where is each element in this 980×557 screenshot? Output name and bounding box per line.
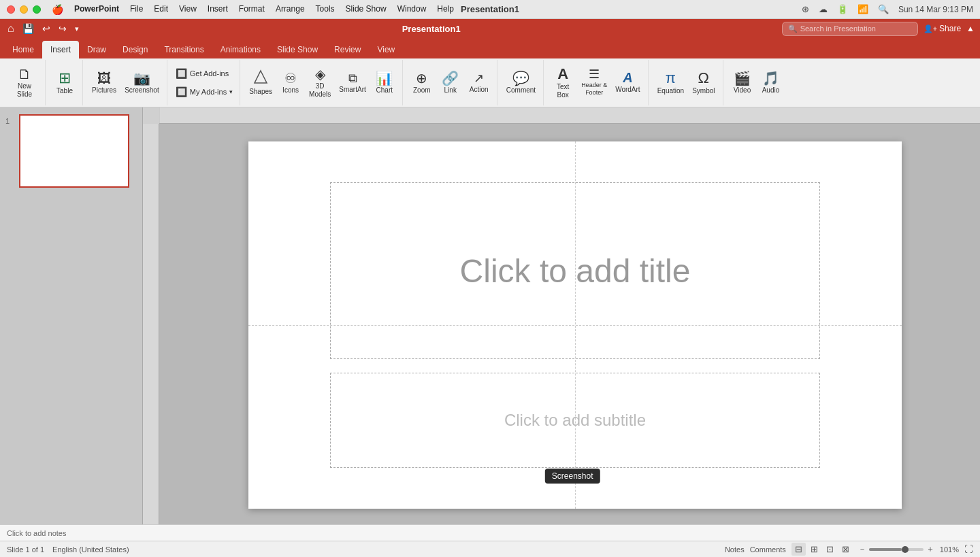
zoom-thumb[interactable] xyxy=(902,546,909,553)
notes-bar[interactable]: Click to add notes xyxy=(0,524,980,541)
toolbar-group-links: ⊕ Zoom 🔗 Link ↗ Action xyxy=(404,60,497,105)
slide-thumbnail[interactable] xyxy=(19,114,129,188)
slides-panel: 1 xyxy=(0,107,143,524)
audio-button[interactable]: 🎵 Audio xyxy=(757,65,785,101)
help-menu[interactable]: Help xyxy=(437,4,454,15)
tab-view[interactable]: View xyxy=(369,41,403,58)
home-icon[interactable]: ⌂ xyxy=(5,21,16,36)
maximize-button[interactable] xyxy=(33,5,41,14)
3dmodels-button[interactable]: ◈ 3DModels xyxy=(306,65,334,101)
slide-canvas[interactable]: Click to add title Click to add subtitle xyxy=(248,141,902,509)
toolbar-group-addins: 🔲 Get Add-ins 🔲 My Add-ins ▾ xyxy=(169,60,240,105)
comments-toggle[interactable]: Comments xyxy=(750,545,786,554)
slide-title-box[interactable]: Click to add title xyxy=(330,182,820,359)
symbol-button[interactable]: Ω Symbol xyxy=(689,65,718,101)
chart-button[interactable]: 📊 Chart xyxy=(371,65,398,101)
new-slide-button[interactable]: 🗋 NewSlide xyxy=(8,65,41,101)
slide-sorter-button[interactable]: ⊞ xyxy=(807,543,821,556)
tab-slideshow[interactable]: Slide Show xyxy=(269,41,326,58)
arrange-menu[interactable]: Arrange xyxy=(276,4,305,15)
normal-view-button[interactable]: ⊟ xyxy=(791,543,806,556)
toolbar-group-images: 🖼 Pictures 📷 Screenshot xyxy=(84,60,167,105)
redo-button[interactable]: ↪ xyxy=(56,22,69,35)
share-icon: 👤+ xyxy=(924,24,937,33)
screenshot-tooltip: Screenshot xyxy=(545,469,600,484)
addins-dropdown-icon: ▾ xyxy=(229,88,233,95)
tab-design[interactable]: Design xyxy=(114,41,156,58)
fit-slide-button[interactable]: ⛶ xyxy=(964,544,973,554)
video-button[interactable]: 🎬 Video xyxy=(729,65,756,101)
share-button[interactable]: 👤+ Share xyxy=(924,24,961,33)
comment-button[interactable]: 💬 Comment xyxy=(503,65,539,101)
slide-title-placeholder: Click to add title xyxy=(460,252,691,290)
status-bar-right: Notes Comments ⊟ ⊞ ⊡ ⊠ － ＋ 101% ⛶ xyxy=(725,543,973,556)
wordart-icon: A xyxy=(623,71,632,84)
customize-qa-button[interactable]: ▾ xyxy=(73,23,81,35)
tab-transitions[interactable]: Transitions xyxy=(156,41,212,58)
tab-animations[interactable]: Animations xyxy=(212,41,269,58)
smartart-button[interactable]: ⧉ SmartArt xyxy=(336,65,369,101)
wordart-button[interactable]: A WordArt xyxy=(612,65,644,100)
file-menu[interactable]: File xyxy=(130,4,143,15)
comment-icon: 💬 xyxy=(512,71,529,85)
link-icon: 🔗 xyxy=(442,71,459,85)
screenshot-button[interactable]: 📷 Screenshot xyxy=(121,65,163,101)
ribbon-tabs: Home Insert Draw Design Transitions Anim… xyxy=(0,38,980,58)
tab-review[interactable]: Review xyxy=(326,41,369,58)
pictures-button[interactable]: 🖼 Pictures xyxy=(88,65,120,101)
presenter-view-button[interactable]: ⊠ xyxy=(838,543,853,556)
app-name[interactable]: PowerPoint xyxy=(74,4,119,15)
zoom-icon: ⊕ xyxy=(416,71,427,85)
collapse-ribbon-button[interactable]: ▲ xyxy=(966,24,975,33)
tools-menu[interactable]: Tools xyxy=(316,4,335,15)
equation-button[interactable]: π Equation xyxy=(654,65,687,101)
format-menu[interactable]: Format xyxy=(239,4,265,15)
slideshow-menu[interactable]: Slide Show xyxy=(346,4,387,15)
zoom-level[interactable]: 101% xyxy=(940,545,959,554)
get-addins-button[interactable]: 🔲 Get Add-ins xyxy=(173,65,231,82)
svg-marker-0 xyxy=(255,71,267,83)
shapes-button[interactable]: Shapes xyxy=(246,65,276,101)
siri-icon[interactable]: ⊛ xyxy=(802,4,809,14)
datetime: Sun 14 Mar 9:13 PM xyxy=(898,5,973,14)
reading-view-button[interactable]: ⊡ xyxy=(823,543,837,556)
undo-button[interactable]: ↩ xyxy=(40,22,52,35)
symbol-icon: Ω xyxy=(698,71,709,86)
video-icon: 🎬 xyxy=(734,71,751,85)
get-addins-icon: 🔲 xyxy=(176,68,187,79)
textbox-button[interactable]: A TextBox xyxy=(549,65,576,101)
slide-subtitle-box[interactable]: Click to add subtitle xyxy=(330,373,820,468)
slide-info: Slide 1 of 1 xyxy=(7,545,44,554)
header-footer-button[interactable]: ☰ Header &Footer xyxy=(578,65,610,100)
equation-icon: π xyxy=(666,71,676,86)
insert-menu[interactable]: Insert xyxy=(208,4,228,15)
tab-home[interactable]: Home xyxy=(4,41,42,58)
edit-menu[interactable]: Edit xyxy=(154,4,168,15)
link-button[interactable]: 🔗 Link xyxy=(437,65,464,101)
slide-thumb-container: 1 xyxy=(5,114,137,188)
apple-menu[interactable]: 🍎 xyxy=(52,4,63,15)
search-icon[interactable]: 🔍 xyxy=(878,4,889,14)
view-menu[interactable]: View xyxy=(179,4,197,15)
tab-insert[interactable]: Insert xyxy=(42,41,79,58)
zoom-track[interactable] xyxy=(869,548,924,551)
save-button[interactable]: 💾 xyxy=(20,22,36,35)
zoom-slider[interactable]: － ＋ xyxy=(858,543,934,555)
close-button[interactable] xyxy=(7,5,15,14)
my-addins-button[interactable]: 🔲 My Add-ins ▾ xyxy=(173,84,235,100)
cloud-icon[interactable]: ☁ xyxy=(819,4,828,14)
search-box[interactable]: 🔍 Search in Presentation xyxy=(782,22,918,36)
zoom-in-button[interactable]: ＋ xyxy=(926,543,934,555)
table-button[interactable]: ⊞ Table xyxy=(51,65,78,101)
my-addins-icon: 🔲 xyxy=(176,86,187,97)
canvas-area: Click to add title Click to add subtitle… xyxy=(143,107,980,524)
action-button[interactable]: ↗ Action xyxy=(466,65,493,101)
icons-button[interactable]: ♾ Icons xyxy=(277,65,304,101)
minimize-button[interactable] xyxy=(20,5,28,14)
window-menu[interactable]: Window xyxy=(397,4,427,15)
notes-toggle[interactable]: Notes xyxy=(725,545,745,554)
zoom-button[interactable]: ⊕ Zoom xyxy=(408,65,436,101)
tab-draw[interactable]: Draw xyxy=(79,41,114,58)
chart-icon: 📊 xyxy=(376,71,393,85)
zoom-out-button[interactable]: － xyxy=(858,543,866,555)
